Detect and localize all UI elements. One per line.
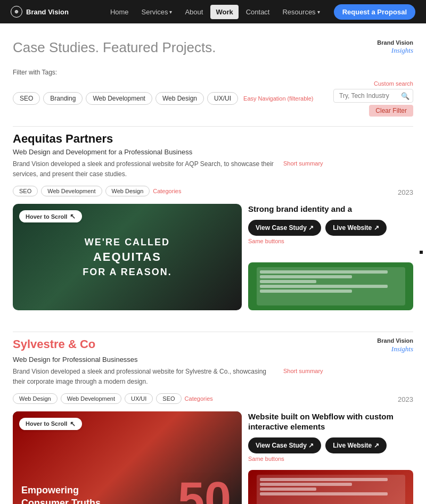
scroll-indicator [420,251,423,254]
cs-aequitas-tagline: Strong brand identity and a [248,204,413,214]
cs-sylvestre-categories-label: Categories [185,395,213,402]
nav-link-resources[interactable]: Resources ▾ [277,5,325,19]
section-divider-aequitas [13,126,413,127]
bv-badge-sylvestre: Brand Vision Insights [377,337,413,353]
navbar: ⊕ Brand Vision Home Services ▾ About Wor… [0,0,426,23]
hover-to-scroll-badge-sylvestre: Hover to Scroll ↖ [19,418,82,430]
nav-links: Home Services ▾ About Work Contact Resou… [105,5,325,19]
cs-sylvestre-title: Sylvestre & Co [13,337,95,351]
page-header: Case Studies. Featured Projects. Brand V… [13,39,413,56]
nav-item-work[interactable]: Work [210,5,238,19]
cs-aequitas-tag-0: SEO [13,186,38,196]
chevron-down-icon: ▾ [317,9,320,15]
filter-section: Filter with Tags: SEO Branding Web Devel… [13,69,413,117]
hover-to-scroll-badge: Hover to Scroll ↖ [19,210,82,222]
nav-link-home[interactable]: Home [105,5,134,19]
cursor-icon-2: ↖ [70,420,76,428]
case-study-sylvestre: Sylvestre & Co Brand Vision Insights Web… [13,337,413,504]
cs-aequitas-categories-label: Categories [153,188,181,194]
page-title-block: Case Studies. Featured Projects. [13,39,216,56]
mock-bar [260,280,317,283]
mock-bar [260,275,353,278]
page-title-bold: Case Studies. [13,39,99,55]
bv-badge-script: Insights [391,46,413,55]
cs-sylvestre-description: Brand Vision developed a sleek and profe… [13,367,279,387]
logo-text: Brand Vision [26,8,69,16]
nav-link-about[interactable]: About [179,5,208,19]
tag-web-design[interactable]: Web Design [155,92,204,105]
cs-aequitas-main-preview: Hover to Scroll ↖ WE'RE CALLED AEQUITAS … [13,204,242,310]
logo-icon: ⊕ [11,6,22,18]
cs-aequitas-tag-1: Web Development [41,186,102,196]
cs-sylvestre-tag-2: UX/UI [125,393,153,404]
nav-item-services[interactable]: Services ▾ [136,5,178,19]
chevron-down-icon: ▾ [169,9,172,15]
easy-nav-label: Easy Navigation (filterable) [243,95,313,102]
cs-sylvestre-secondary-preview [248,470,413,504]
mock-bar [260,290,353,293]
request-proposal-button[interactable]: Request a Proposal [334,4,415,20]
mock-bar [260,483,353,486]
cs-sylvestre-action-btns: View Case Study ↗ Live Website ↗ [248,437,413,453]
cs-sylvestre-images: Hover to Scroll ↖ 50 Empowering Consumer… [13,411,413,504]
view-case-study-button-aequitas[interactable]: View Case Study ↗ [248,220,321,236]
view-case-study-button-sylvestre[interactable]: View Case Study ↗ [248,437,321,453]
mock-screenshot [257,267,405,305]
filter-row: SEO Branding Web Development Web Design … [13,80,413,117]
filter-label: Filter with Tags: [13,69,413,76]
mock-bar [260,478,388,481]
tag-seo[interactable]: SEO [13,92,40,105]
live-website-button-sylvestre[interactable]: Live Website ↗ [325,437,386,453]
cs-sylvestre-tag-1: Web Development [61,393,121,404]
cs-sylvestre-right-panel: Website built on Webflow with custom int… [248,411,413,504]
page-title-light: Featured Projects. [99,39,216,55]
cs-aequitas-same-buttons-label: Same buttons [248,238,413,244]
cs-sylvestre-year: 2023 [398,395,413,403]
nav-item-contact[interactable]: Contact [241,5,275,19]
sylvestre-image-text: Empowering Consumer Truths [21,484,101,504]
nav-item-about[interactable]: About [179,5,208,19]
section-divider-sylvestre [13,332,413,332]
mock-bar [260,285,388,288]
nav-logo[interactable]: ⊕ Brand Vision [11,6,69,18]
clear-filter-button[interactable]: Clear Filter [369,105,413,117]
mock-bar [260,270,388,274]
page-title: Case Studies. Featured Projects. [13,39,216,56]
cs-sylvestre-header: Sylvestre & Co Brand Vision Insights [13,337,413,353]
tag-branding[interactable]: Branding [43,92,83,105]
mock-bar [260,488,317,491]
bv-badge-top: Brand Vision [377,39,413,46]
cs-sylvestre-same-buttons-label: Same buttons [248,456,413,462]
cs-sylvestre-main-preview: Hover to Scroll ↖ 50 Empowering Consumer… [13,411,242,504]
mock-bar [260,492,388,495]
cs-aequitas-secondary-preview [248,262,413,310]
bv-badge-script-2: Insights [391,345,413,353]
case-study-aequitas: Aequitas Partners Web Design and Develop… [13,132,413,310]
bv-badge-top-2: Brand Vision [377,337,413,344]
cs-aequitas-subtitle: Web Design and Development for a Profess… [13,148,413,156]
nav-item-resources[interactable]: Resources ▾ [277,5,325,19]
cs-aequitas-short-summary: Short summary [283,160,323,167]
aequitas-image-text: WE'RE CALLED AEQUITAS FOR A REASON. [83,236,172,279]
tag-uxui[interactable]: UX/UI [207,92,238,105]
cs-sylvestre-tags: Web Design Web Development UX/UI SEO Cat… [13,393,213,404]
live-website-button-aequitas[interactable]: Live Website ↗ [325,220,386,236]
cs-aequitas-tags: SEO Web Development Web Design Categorie… [13,186,181,196]
main-content: Case Studies. Featured Projects. Brand V… [0,23,426,504]
tag-web-dev[interactable]: Web Development [86,92,152,105]
cs-aequitas-tag-2: Web Design [105,186,150,196]
cs-sylvestre-subtitle: Web Design for Professional Businesses [13,356,413,363]
sylvestre-secondary-image [248,470,413,504]
cs-sylvestre-tagline: Website built on Webflow with custom int… [248,411,413,432]
cs-aequitas-images: Hover to Scroll ↖ WE'RE CALLED AEQUITAS … [13,204,413,310]
search-area: Custom search 🔍 Clear Filter [333,80,413,117]
cs-aequitas-desc-row: Brand Vision developed a sleek and profe… [13,159,413,180]
cs-sylvestre-tag-0: Web Design [13,393,58,404]
search-icon[interactable]: 🔍 [401,92,409,100]
nav-link-services[interactable]: Services ▾ [136,5,178,19]
nav-link-contact[interactable]: Contact [241,5,275,19]
nav-item-home[interactable]: Home [105,5,134,19]
cs-sylvestre-desc-row: Brand Vision developed a sleek and profe… [13,367,413,388]
nav-link-work[interactable]: Work [210,5,238,19]
filter-tags: SEO Branding Web Development Web Design … [13,92,314,105]
